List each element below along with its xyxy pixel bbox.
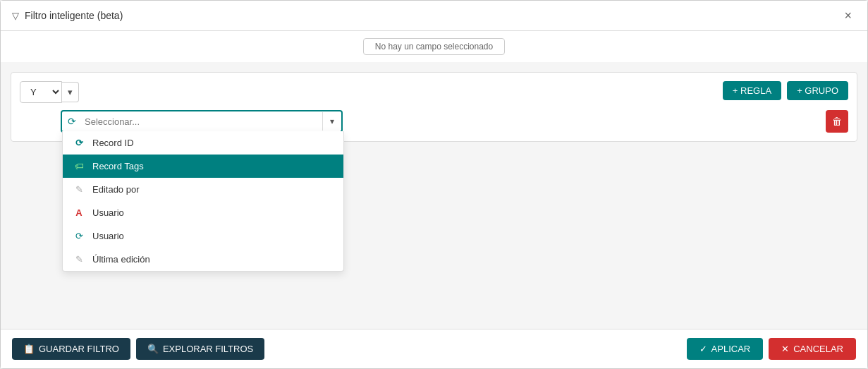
dropdown-item-record-tags[interactable]: 🏷 Record Tags [63, 155, 343, 178]
cancel-button[interactable]: ✕ CANCELAR [769, 338, 856, 360]
add-group-button[interactable]: + GRUPO [787, 81, 848, 100]
modal-notice-bar: No hay un campo seleccionado [1, 31, 867, 62]
dropdown-item-usuario-a[interactable]: A Usuario [63, 201, 343, 224]
modal-title-text: Filtro inteligente (beta) [25, 10, 123, 21]
field-selector-container: ⟳ ▾ ⟳ Record ID 🏷 Record Tags [61, 110, 343, 133]
trash-icon: 🗑 [832, 116, 842, 127]
smart-filter-modal: ▽ Filtro inteligente (beta) × No hay un … [0, 0, 868, 369]
modal-title: ▽ Filtro inteligente (beta) [12, 10, 123, 21]
cancel-label: CANCELAR [793, 344, 843, 354]
sync-icon-usuario: ⟳ [73, 231, 85, 241]
dropdown-item-editado-por[interactable]: ✎ Editado por [63, 178, 343, 201]
save-filter-button[interactable]: 📋 GUARDAR FILTRO [12, 338, 130, 360]
rule-indent [20, 121, 55, 122]
letter-a-icon-usuario: A [73, 207, 85, 218]
x-icon: ✕ [781, 344, 789, 354]
refresh-icon: ⟳ [62, 111, 82, 131]
dropdown-label-usuario-sync: Usuario [92, 231, 124, 241]
apply-button[interactable]: ✓ APLICAR [687, 338, 764, 360]
delete-rule-button[interactable]: 🗑 [826, 110, 848, 133]
footer-left-actions: 📋 GUARDAR FILTRO 🔍 EXPLORAR FILTROS [12, 338, 264, 360]
modal-footer: 📋 GUARDAR FILTRO 🔍 EXPLORAR FILTROS ✓ AP… [1, 329, 867, 368]
modal-body: Y O ▾ + REGLA + GRUPO ⟳ ▾ [1, 62, 867, 329]
pencil-icon-editado-por: ✎ [73, 184, 85, 195]
field-selector-input[interactable] [82, 112, 322, 131]
modal-header: ▽ Filtro inteligente (beta) × [1, 1, 867, 31]
dropdown-label-usuario-a: Usuario [92, 207, 124, 218]
dropdown-item-usuario-sync[interactable]: ⟳ Usuario [63, 224, 343, 248]
dropdown-item-ultima-edicion[interactable]: ✎ Última edición [63, 248, 343, 271]
explore-filters-button[interactable]: 🔍 EXPLORAR FILTROS [136, 338, 264, 360]
rule-row: ⟳ ▾ ⟳ Record ID 🏷 Record Tags [20, 110, 848, 133]
tag-icon-record-tags: 🏷 [73, 161, 85, 171]
logic-dropdown[interactable]: Y O [20, 81, 62, 103]
filter-logic-selector: Y O ▾ [20, 81, 79, 103]
footer-right-actions: ✓ APLICAR ✕ CANCELAR [687, 338, 856, 360]
filter-icon: ▽ [12, 11, 19, 21]
sync-icon-record-id: ⟳ [73, 138, 85, 148]
explore-icon: 🔍 [147, 344, 159, 354]
dropdown-item-record-id[interactable]: ⟳ Record ID [63, 131, 343, 155]
save-icon: 📋 [23, 344, 35, 354]
dropdown-label-ultima-edicion: Última edición [92, 254, 150, 265]
notice-badge: No hay un campo seleccionado [363, 38, 505, 55]
filter-container: Y O ▾ + REGLA + GRUPO ⟳ ▾ [11, 72, 857, 142]
check-icon: ✓ [699, 344, 707, 354]
dropdown-label-record-id: Record ID [92, 138, 134, 148]
logic-chevron-icon[interactable]: ▾ [62, 82, 79, 102]
dropdown-label-editado-por: Editado por [92, 184, 140, 195]
add-rule-button[interactable]: + REGLA [723, 81, 781, 100]
save-filter-label: GUARDAR FILTRO [39, 344, 119, 354]
apply-label: APLICAR [711, 344, 751, 354]
field-dropdown-menu: ⟳ Record ID 🏷 Record Tags ✎ Editado por [62, 131, 344, 272]
field-selector-chevron-icon[interactable]: ▾ [322, 112, 341, 131]
dropdown-label-record-tags: Record Tags [92, 161, 144, 171]
rule-actions: + REGLA + GRUPO [723, 81, 848, 100]
explore-filters-label: EXPLORAR FILTROS [163, 344, 253, 354]
pencil-icon-ultima-edicion: ✎ [73, 254, 85, 265]
filter-top-row: Y O ▾ + REGLA + GRUPO [20, 81, 848, 103]
close-button[interactable]: × [840, 8, 856, 23]
